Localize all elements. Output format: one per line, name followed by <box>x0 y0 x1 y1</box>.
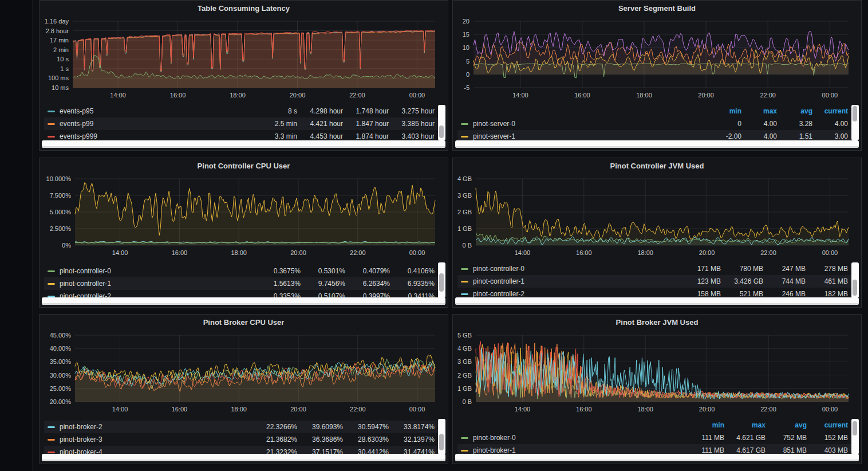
svg-text:17 min: 17 min <box>50 37 69 44</box>
time-series-graph[interactable]: 45.00%40.00%35.00%30.00%25.00%20.00%14:0… <box>40 331 449 418</box>
legend-stat-value: 1.5613% <box>256 280 301 288</box>
legend-series-toggle[interactable]: pinot-broker-1 <box>461 446 683 454</box>
chart-area[interactable]: 1.16 day2.8 hour17 min2 min10 s1 s100 ms… <box>40 17 448 104</box>
time-series-graph[interactable]: 5 GB4 GB3 GB2 GB1 GB0 B14:0016:0018:0020… <box>453 331 862 418</box>
svg-text:35.00%: 35.00% <box>50 358 72 365</box>
legend-series-toggle[interactable]: events-p99 <box>48 120 251 128</box>
legend-horizontal-scrollbar[interactable] <box>455 454 859 461</box>
legend-header-min[interactable]: min <box>683 421 724 429</box>
legend-stat-value: 3.385 hour <box>389 120 435 128</box>
legend-stat-value: 4.617 GB <box>724 446 766 454</box>
svg-text:14:00: 14:00 <box>112 406 128 413</box>
svg-text:22:00: 22:00 <box>350 406 366 413</box>
legend-horizontal-scrollbar[interactable] <box>42 297 445 305</box>
legend-series-toggle[interactable]: pinot-server-1 <box>461 132 706 140</box>
legend-stat-value: 4.00 <box>741 132 777 140</box>
svg-text:40.00%: 40.00% <box>50 345 72 352</box>
legend-vertical-scrollbar[interactable] <box>851 262 859 298</box>
legend-stat-value: 461 MB <box>806 277 848 285</box>
panel-title[interactable]: Pinot Controller CPU User <box>40 162 448 170</box>
panel-title[interactable]: Pinot Broker JVM Used <box>453 318 861 327</box>
legend-swatch-icon <box>461 268 468 270</box>
legend-row: pinot-broker-321.3682%36.3686%28.6303%32… <box>44 433 438 446</box>
scrollbar-thumb[interactable] <box>439 273 444 292</box>
legend-header-avg[interactable]: avg <box>766 421 807 429</box>
legend-series-toggle[interactable]: pinot-controller-2 <box>461 290 678 298</box>
legend-stat-value: 30.5947% <box>343 423 389 431</box>
legend-vertical-scrollbar[interactable] <box>851 105 859 140</box>
scrollbar-thumb[interactable] <box>439 125 444 138</box>
legend-header-min[interactable]: min <box>706 107 741 115</box>
scrollbar-thumb[interactable] <box>439 434 444 450</box>
legend-series-name: pinot-controller-0 <box>473 265 524 273</box>
legend-horizontal-scrollbar[interactable] <box>42 140 445 148</box>
legend-series-toggle[interactable]: pinot-controller-0 <box>48 267 256 275</box>
time-series-graph[interactable]: 1.16 day2.8 hour17 min2 min10 s1 s100 ms… <box>40 17 449 104</box>
legend-series-toggle[interactable]: pinot-broker-0 <box>461 434 683 442</box>
legend-horizontal-scrollbar[interactable] <box>455 140 859 148</box>
legend-series-toggle[interactable]: pinot-controller-1 <box>48 280 256 288</box>
legend-vertical-scrollbar[interactable] <box>438 419 445 454</box>
svg-text:20.00%: 20.00% <box>50 398 72 405</box>
svg-text:0: 0 <box>466 71 469 78</box>
legend-series-toggle[interactable]: pinot-broker-2 <box>48 423 251 431</box>
svg-text:00:00: 00:00 <box>409 92 425 99</box>
svg-text:3 GB: 3 GB <box>457 192 472 199</box>
legend-series-name: events-p99 <box>60 120 93 128</box>
legend-stat-value: 4.421 hour <box>297 120 343 128</box>
time-series-graph[interactable]: 10.000%7.500%5.000%2.500%0%14:0016:0018:… <box>40 174 449 261</box>
time-series-graph[interactable]: 4 GB3 GB2 GB1 GB0 B14:0016:0018:0020:002… <box>453 174 862 261</box>
svg-text:10 ms: 10 ms <box>52 84 69 91</box>
svg-text:20:00: 20:00 <box>290 92 306 99</box>
svg-text:10 s: 10 s <box>57 56 69 62</box>
svg-text:0 B: 0 B <box>462 242 472 249</box>
legend-header-current[interactable]: current <box>807 421 848 429</box>
time-series-graph[interactable]: 20151050-514:0016:0018:0020:0022:0000:00 <box>453 17 862 104</box>
svg-text:3 GB: 3 GB <box>457 358 472 365</box>
panel-pinot-controller-jvm-used: Pinot Controller JVM Used4 GB3 GB2 GB1 G… <box>452 158 862 308</box>
legend-swatch-icon <box>461 281 468 282</box>
chart-area[interactable]: 10.000%7.500%5.000%2.500%0%14:0016:0018:… <box>40 174 448 261</box>
legend-header-current[interactable]: current <box>812 107 848 115</box>
legend-swatch-icon <box>48 426 55 428</box>
legend-horizontal-scrollbar[interactable] <box>42 454 445 461</box>
panel-title[interactable]: Server Segment Build <box>453 4 861 13</box>
legend-stat-value: 4.621 GB <box>724 434 766 442</box>
legend-series-name: pinot-broker-1 <box>473 446 516 454</box>
legend-stat-value: 123 MB <box>678 277 721 285</box>
legend-vertical-scrollbar[interactable] <box>438 262 445 298</box>
legend-series-toggle[interactable]: pinot-server-0 <box>461 120 706 128</box>
legend-table: minmaxavgcurrentpinot-controller-00.3675… <box>44 262 438 299</box>
legend-header-avg[interactable]: avg <box>777 107 812 115</box>
legend-vertical-scrollbar[interactable] <box>851 419 859 454</box>
svg-text:18:00: 18:00 <box>230 92 246 99</box>
svg-text:4 GB: 4 GB <box>457 175 472 182</box>
panel-table-consuming-latency: Table Consuming Latency1.16 day2.8 hour1… <box>39 0 448 151</box>
panel-title[interactable]: Pinot Controller JVM Used <box>453 162 861 170</box>
chart-area[interactable]: 5 GB4 GB3 GB2 GB1 GB0 B14:0016:0018:0020… <box>453 331 861 418</box>
legend-series-name: pinot-controller-2 <box>473 290 524 298</box>
legend-swatch-icon <box>461 450 468 452</box>
legend-series-toggle[interactable]: pinot-controller-1 <box>461 277 678 285</box>
panel-title[interactable]: Pinot Broker CPU User <box>40 318 448 327</box>
legend-stat-value: 752 MB <box>766 434 807 442</box>
legend-header-max[interactable]: max <box>741 107 777 115</box>
chart-area[interactable]: 45.00%40.00%35.00%30.00%25.00%20.00%14:0… <box>40 331 448 418</box>
scrollbar-thumb[interactable] <box>853 280 857 296</box>
chart-area[interactable]: 20151050-514:0016:0018:0020:0022:0000:00 <box>453 17 861 104</box>
scrollbar-thumb[interactable] <box>853 421 857 435</box>
svg-text:18:00: 18:00 <box>637 249 653 256</box>
legend-horizontal-scrollbar[interactable] <box>455 297 859 305</box>
legend-series-toggle[interactable]: events-p999 <box>48 132 251 140</box>
legend-series-toggle[interactable]: pinot-broker-3 <box>48 435 251 443</box>
legend-table: minmaxavgcurrentpinot-broker-0111 MB4.62… <box>457 419 851 455</box>
legend-header-max[interactable]: max <box>724 421 766 429</box>
chart-area[interactable]: 4 GB3 GB2 GB1 GB0 B14:0016:0018:0020:002… <box>453 174 861 261</box>
legend-vertical-scrollbar[interactable] <box>438 105 445 140</box>
panel-title[interactable]: Table Consuming Latency <box>40 4 448 13</box>
legend-stat-value: 9.7456% <box>301 280 345 288</box>
svg-text:22:00: 22:00 <box>760 249 776 256</box>
legend-series-toggle[interactable]: events-p95 <box>48 107 251 115</box>
legend-series-toggle[interactable]: pinot-controller-0 <box>461 265 678 273</box>
scrollbar-thumb[interactable] <box>853 106 857 121</box>
